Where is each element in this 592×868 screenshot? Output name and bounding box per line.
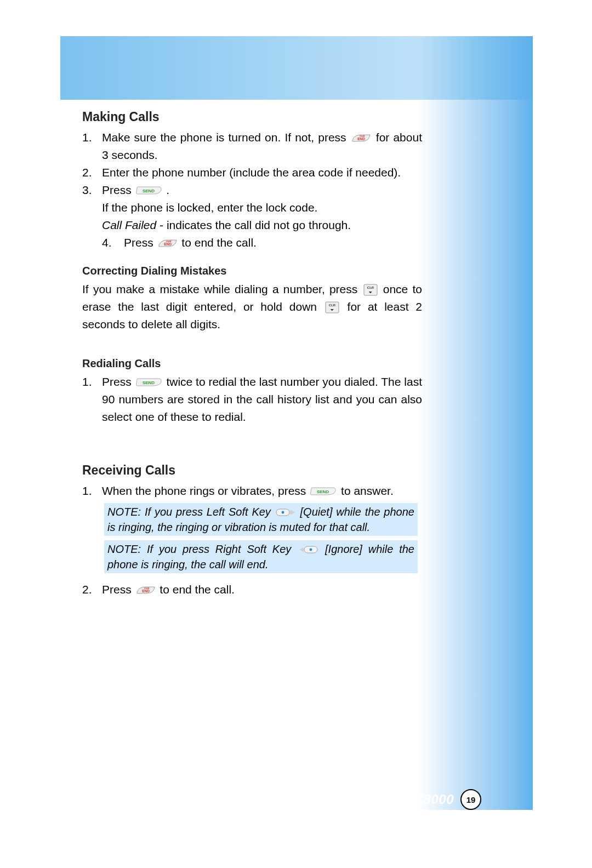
text-fragment: NOTE: If you press Right Soft Key [107,543,297,555]
step-number: 4. [102,234,124,252]
text-fragment: . [166,184,169,196]
page-footer: VX8000 19 [382,789,457,810]
step-text: Make sure the phone is turned on. If not… [102,129,422,164]
call-failed-italic: Call Failed [102,219,156,231]
svg-text:END: END [164,242,172,246]
correcting-paragraph: If you make a mistake while dialing a nu… [82,281,422,333]
svg-text:⏷: ⏷ [368,290,373,295]
section-title-making-calls: Making Calls [82,110,422,124]
receiving-step-2: 2. Press PWR END to end the call. [82,581,422,598]
model-label: VX8000 [406,792,454,807]
text-fragment: - indicates the call did not go through. [156,219,351,231]
svg-text:CLR: CLR [329,304,336,307]
redial-step-1: 1. Press SEND twice to redial the last n… [82,373,422,426]
text-fragment: Press [102,583,135,596]
end-key-icon: PWR END [158,238,178,248]
send-key-icon: SEND [310,486,337,496]
step-number: 3. [82,181,102,199]
top-header-bar [60,36,418,100]
left-soft-key-icon [276,507,295,517]
svg-text:⏷: ⏷ [330,307,334,312]
text-fragment: If you make a mistake while dialing a nu… [82,283,362,295]
right-gradient-bar [418,36,533,810]
text-fragment: Press [102,184,135,196]
end-key-icon: PWR END [136,585,156,595]
page-number: 19 [460,789,481,810]
svg-point-11 [281,511,284,514]
end-key-icon: PWR END [351,133,371,143]
text-fragment: to end the call. [160,583,235,596]
key-label: SEND [142,189,154,193]
making-calls-step-1: 1. Make sure the phone is turned on. If … [82,129,422,164]
text-fragment: to end the call. [181,236,257,249]
step-text: Enter the phone number (include the area… [102,164,422,181]
text-fragment: to answer. [341,484,394,497]
text-fragment: NOTE: If you press Left Soft Key [107,506,275,518]
section-title-correcting: Correcting Dialing Mistakes [82,265,422,277]
note-quiet: NOTE: If you press Left Soft Key [Quiet]… [104,503,418,536]
section-title-receiving: Receiving Calls [82,463,422,478]
send-key-icon: SEND [136,185,162,196]
step-text: When the phone rings or vibrates, press … [102,482,422,500]
step-text: Press PWR END to end the call. [102,581,422,598]
step-number: 1. [82,482,102,500]
svg-point-13 [310,549,312,551]
clr-key-icon: CLR ⏷ [363,284,378,296]
making-calls-step-3: 3. Press SEND . [82,181,422,199]
text-fragment: Press [124,236,157,249]
step-3-sub-call-failed: Call Failed - indicates the call did not… [102,216,422,234]
text-fragment: Press [102,375,135,388]
step-text: Press SEND . [102,181,422,199]
send-key-icon: SEND [136,376,162,387]
receiving-step-1: 1. When the phone rings or vibrates, pre… [82,482,422,500]
step-number: 1. [82,373,102,426]
right-soft-key-icon [298,545,318,555]
note-ignore: NOTE: If you press Right Soft Key [Ignor… [104,540,418,573]
page-content: Making Calls 1. Make sure the phone is t… [82,110,422,598]
step-number: 2. [82,164,102,181]
text-fragment: When the phone rings or vibrates, press [102,484,309,497]
step-text: Press PWR END to end the call. [124,234,422,252]
step-number: 1. [82,129,102,164]
section-title-redialing: Redialing Calls [82,357,422,370]
svg-text:CLR: CLR [367,286,374,289]
making-calls-step-2: 2. Enter the phone number (include the a… [82,164,422,181]
svg-text:END: END [142,589,150,593]
text-fragment: Make sure the phone is turned on. If not… [102,131,350,144]
clr-key-icon: CLR ⏷ [325,301,339,313]
step-text: Press SEND twice to redial the last numb… [102,373,422,426]
making-calls-step-4: 4. Press PWR END to end the call. [102,234,422,252]
svg-text:SEND: SEND [142,380,154,385]
manual-page: Making Calls 1. Make sure the phone is t… [0,0,592,868]
svg-text:SEND: SEND [317,489,329,494]
step-3-sub-locked: If the phone is locked, enter the lock c… [102,199,422,216]
key-label: END [357,137,365,141]
step-number: 2. [82,581,102,598]
